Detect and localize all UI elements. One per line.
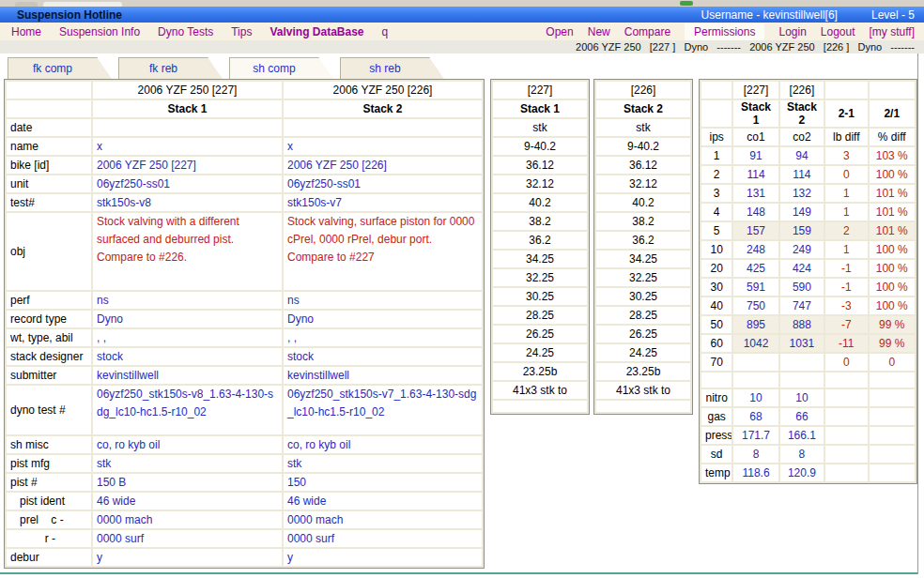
table-row: 28.25 [596, 307, 690, 324]
co1-value: 248 [733, 241, 778, 258]
pct-diff-value: 100 % [870, 279, 915, 296]
env-label-sd: sd [701, 446, 732, 463]
table-row: 28.25 [493, 307, 587, 324]
id-header-row: [227] [493, 82, 587, 99]
table-row: 34.25 [596, 251, 690, 267]
search-icon[interactable]: q [382, 25, 389, 38]
value-stack1: 46 wide [93, 493, 282, 510]
table-row: pist mfgstkstk [7, 455, 482, 472]
blank-cell [870, 82, 915, 99]
table-row: 32.25 [493, 269, 587, 286]
nav-home[interactable]: Home [11, 25, 41, 38]
ips-value: 1 [701, 147, 732, 164]
blank-cell [870, 464, 915, 481]
empty-cell [493, 401, 587, 412]
value-stack2: Dyno [284, 311, 482, 327]
shim-value: 34.25 [493, 251, 587, 267]
env-label-nitro: nitro [701, 389, 732, 406]
shim-value: 32.25 [596, 269, 690, 286]
row-label-dyno-test: dyno test # [7, 386, 91, 434]
shim-value: 28.25 [596, 307, 690, 324]
env-label-temp: temp [701, 464, 732, 481]
right-frame-line [917, 53, 918, 574]
value-stack2: ns [284, 292, 482, 309]
table-row: 9-40.2 [493, 138, 587, 155]
stack-col-header-3: 2-1 [825, 100, 867, 127]
table-row: 40.2 [596, 194, 690, 211]
value-stack1: ns [93, 292, 282, 309]
co1-value: 148 [733, 204, 778, 221]
username-label: Username - kevinstillwell[6] [701, 8, 838, 22]
shim-value: 40.2 [596, 194, 690, 211]
value-stack2: y [284, 549, 482, 566]
stack-header-row: Stack 1Stack 22-12/1 [701, 100, 915, 127]
nav-tips[interactable]: Tips [231, 25, 252, 38]
stack1-values-table: [227]Stack 1stk9-40.236.1232.1240.238.23… [490, 79, 590, 415]
tab-sh-reb[interactable]: sh reb [340, 57, 430, 79]
nav-valving-database[interactable]: Valving DataBase [270, 25, 363, 38]
table-row: 41x3 stk to [596, 382, 690, 399]
table-row: prel c -0000 mach0000 mach [7, 511, 482, 528]
shim-value: 41x3 stk to [493, 382, 587, 399]
env-value-stack2: 120.9 [780, 464, 824, 481]
data-row: 6010421031-1199 % [701, 335, 915, 352]
nav-dyno-tests[interactable]: Dyno Tests [158, 25, 213, 38]
shim-value: 32.25 [493, 269, 587, 286]
stack-col-header-1: Stack 1 [733, 100, 778, 127]
stack-col-header-4: 2/1 [870, 100, 915, 127]
tab-sh-comp[interactable]: sh comp [229, 57, 319, 79]
table-row: 38.2 [493, 213, 587, 230]
shim-value: 36.2 [596, 232, 690, 249]
table-row: pist ident46 wide46 wide [7, 493, 482, 510]
env-value-stack2: 66 [780, 408, 824, 425]
lb-diff-value: 1 [825, 241, 867, 258]
co1-value [733, 354, 778, 371]
table-row: 32.25 [596, 269, 690, 286]
blank-cell [870, 427, 915, 444]
nav-login[interactable]: Login [778, 25, 806, 38]
table-row: 36.2 [493, 232, 587, 249]
co2-value: 747 [780, 297, 824, 314]
nav-new[interactable]: New [588, 25, 610, 38]
shim-value: stk [493, 119, 587, 136]
table-row: 30.25 [493, 288, 587, 305]
value-stack1: stk [93, 455, 282, 472]
stack-header-row: Stack 1 [493, 100, 587, 117]
blank-cell [825, 408, 867, 425]
row-label-date: date [7, 119, 91, 136]
id-header-1: [227] [733, 82, 778, 99]
nav-my-stuff[interactable]: [my stuff] [870, 25, 915, 38]
co2-value: 132 [780, 185, 824, 202]
env-row: press171.7166.1 [701, 427, 915, 444]
lb-diff-value: 2 [825, 222, 867, 239]
row-label-perf: perf [7, 292, 91, 309]
pct-diff-value: 100 % [870, 260, 915, 277]
corner-cell [701, 82, 732, 99]
env-value-stack2: 10 [780, 389, 824, 406]
stack-col-header-2: Stack 2 [780, 100, 824, 127]
tab-strip: fk compfk rebsh compsh reb [8, 57, 451, 79]
empty-row [493, 401, 587, 412]
nav-suspension-info[interactable]: Suspension Info [59, 25, 140, 38]
nav-permissions[interactable]: Permissions [685, 23, 764, 40]
tab-fk-comp[interactable]: fk comp [8, 57, 98, 79]
table-row: 23.25b [493, 363, 587, 380]
level-label: Level - 5 [871, 8, 915, 22]
col-label-lb-diff: lb diff [825, 129, 867, 145]
nav-compare[interactable]: Compare [624, 25, 670, 38]
lb-diff-value: -7 [825, 316, 867, 333]
tab-fk-reb[interactable]: fk reb [118, 57, 208, 79]
co2-value: 424 [780, 260, 824, 277]
stack-header-1: Stack 1 [93, 100, 282, 117]
data-row: 31311321101 % [701, 185, 915, 202]
lb-diff-value: 3 [825, 147, 867, 164]
empty-row [596, 401, 690, 412]
value-stack2: x [284, 138, 482, 155]
shim-value: stk [596, 119, 690, 136]
nav-logout[interactable]: Logout [821, 25, 855, 38]
id-header: [227] [493, 82, 587, 99]
table-row: 26.25 [596, 326, 690, 342]
shim-value: 24.25 [493, 344, 587, 361]
value-stack1: 0000 surf [93, 530, 282, 547]
nav-open[interactable]: Open [546, 25, 573, 38]
